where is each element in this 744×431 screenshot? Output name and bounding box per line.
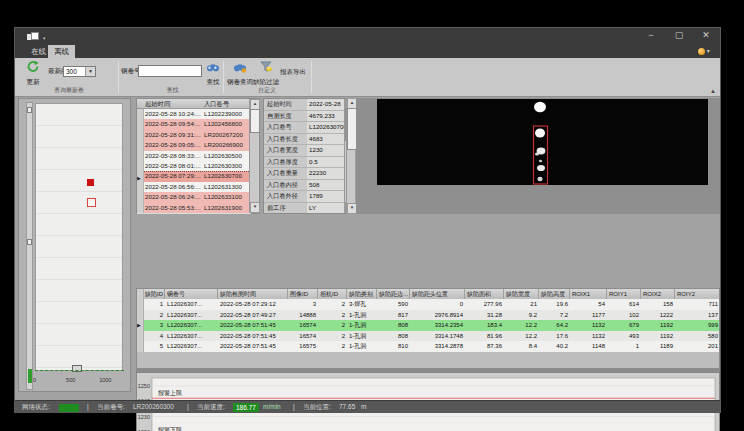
table-col-header[interactable]: 缺陷面积 bbox=[465, 289, 504, 299]
table-cell: 81.96 bbox=[465, 331, 504, 342]
table-cell: 12.2 bbox=[504, 331, 539, 342]
map-x-tick-label: 500 bbox=[66, 377, 75, 383]
col-header-entry-coil[interactable]: 入口卷号 bbox=[204, 99, 229, 109]
table-col-header[interactable]: 缺陷距头位置 bbox=[410, 289, 465, 299]
property-value: 0.5 bbox=[307, 157, 348, 168]
table-cell: 614 bbox=[607, 299, 641, 310]
table-cell: L12026307... bbox=[165, 331, 218, 342]
table-col-header[interactable]: ROIX2 bbox=[641, 289, 675, 299]
image-scrollbar[interactable]: ▲ ▼ bbox=[346, 98, 355, 214]
table-cell: 183.4 bbox=[465, 320, 504, 331]
refresh-button[interactable]: 更新 bbox=[20, 59, 46, 85]
table-col-header[interactable]: 缺陷检测时间 bbox=[218, 289, 288, 299]
svg-text:1250: 1250 bbox=[138, 383, 150, 389]
binoculars-icon bbox=[206, 61, 220, 73]
map-x-tick-label: 1000 bbox=[99, 377, 111, 383]
close-button[interactable]: ✕ bbox=[697, 30, 715, 42]
report-export-button[interactable]: 报表导出 bbox=[280, 68, 306, 77]
table-col-header[interactable]: ROIY2 bbox=[675, 289, 720, 299]
table-cell: 2976.8914 bbox=[410, 310, 465, 321]
defect-table-row[interactable]: 1L12026307...2022-05-28 07:29:12323-焊孔59… bbox=[137, 299, 720, 310]
svg-text:1230: 1230 bbox=[138, 414, 150, 420]
property-row[interactable]: 入口卷内径508 bbox=[264, 180, 346, 192]
defect-marker-hollow[interactable] bbox=[87, 198, 96, 207]
table-cell: 19.6 bbox=[539, 299, 570, 310]
table-cell: L12026307... bbox=[165, 320, 218, 331]
table-col-header[interactable]: ROIY1 bbox=[607, 289, 641, 299]
current-speed-value: 186.77 bbox=[233, 403, 259, 412]
start-time-cell: 2022-05-28 06:24:... bbox=[145, 192, 201, 202]
map-scroll-thumb[interactable] bbox=[27, 107, 32, 113]
col-header-start-time[interactable]: 起始时间 bbox=[145, 99, 170, 109]
coil-list-row[interactable]: 2022-05-28 05:53:...L1202631900 bbox=[137, 203, 251, 214]
table-cell: 2 bbox=[143, 310, 165, 321]
coil-query-button[interactable]: 钢卷查询 bbox=[227, 59, 253, 85]
table-col-header[interactable]: 缺陷ID bbox=[143, 289, 165, 299]
defect-table-row[interactable]: ▶3L12026307...2022-05-28 07:51:451657421… bbox=[137, 320, 720, 331]
table-col-header[interactable]: 相机ID bbox=[318, 289, 347, 299]
table-cell: 590 bbox=[377, 299, 410, 310]
table-cell: 5 bbox=[143, 341, 165, 352]
map-x-axis-labels: 05001000 bbox=[35, 377, 127, 386]
defect-image[interactable] bbox=[377, 99, 708, 185]
scroll-down-icon[interactable]: ▼ bbox=[250, 202, 260, 213]
property-row[interactable]: 入口卷重量22230 bbox=[264, 168, 346, 180]
table-cell: 817 bbox=[377, 310, 410, 321]
table-col-header[interactable]: 缺陷高度 bbox=[539, 289, 570, 299]
scroll-thumb[interactable] bbox=[250, 109, 260, 133]
coil-list-scrollbar[interactable]: ▲ ▼ bbox=[249, 99, 259, 213]
app-menu-caret-icon[interactable]: ▾ bbox=[43, 35, 46, 41]
defect-table: 缺陷ID钢卷号缺陷检测时间图像ID相机ID缺陷类别缺陷距边...缺陷距头位置缺陷… bbox=[136, 288, 720, 369]
tab-offline[interactable]: 离线 bbox=[48, 45, 75, 58]
property-value: 508 bbox=[307, 180, 348, 191]
property-row[interactable]: 入口卷外径1789 bbox=[264, 191, 346, 203]
coil-defect-map-plot[interactable] bbox=[35, 103, 123, 371]
map-scroll-thumb[interactable] bbox=[27, 239, 32, 245]
table-col-header[interactable]: ROIX1 bbox=[570, 289, 607, 299]
property-row[interactable]: 起始时间2022-05-28 07:2... bbox=[264, 99, 346, 111]
net-status-led bbox=[59, 404, 79, 412]
current-position-label: 当前位置: bbox=[303, 401, 331, 413]
map-scrollbar[interactable] bbox=[26, 102, 33, 390]
coil-defect-map-panel: 05001000 bbox=[18, 98, 131, 392]
property-value: 1789 bbox=[307, 191, 348, 202]
collapse-ribbon-icon[interactable]: ▲ bbox=[707, 87, 719, 96]
table-cell: 493 bbox=[607, 331, 641, 342]
defect-table-row[interactable]: 2L12026307...2022-05-28 07:49:271488821-… bbox=[137, 310, 720, 321]
group-label-query-latest: 查询最新卷 bbox=[29, 86, 109, 95]
property-row[interactable]: 入口卷宽度1230 bbox=[264, 145, 346, 157]
current-position-value: 77.65 bbox=[339, 401, 355, 413]
style-picker-button[interactable]: ▾ bbox=[698, 47, 714, 56]
combo-dropdown-icon[interactable]: ▼ bbox=[85, 67, 95, 76]
find-button[interactable]: 查找 bbox=[204, 59, 222, 85]
table-col-header[interactable]: 钢卷号 bbox=[165, 289, 218, 299]
property-row[interactable]: 入口卷长度4683 bbox=[264, 134, 346, 146]
table-cell: 3 bbox=[143, 320, 165, 331]
defect-filter-button[interactable]: 缺陷过滤 bbox=[253, 59, 279, 85]
table-col-header[interactable]: 缺陷距边... bbox=[377, 289, 410, 299]
property-row[interactable]: 入口卷厚度0.5 bbox=[264, 157, 346, 169]
property-label: 前工序 bbox=[264, 203, 308, 214]
table-col-header[interactable]: 缺陷宽度 bbox=[504, 289, 539, 299]
table-col-header[interactable]: 缺陷类别 bbox=[347, 289, 377, 299]
minimize-button[interactable]: − bbox=[642, 30, 660, 42]
defect-table-row[interactable]: 5L12026307...2022-05-28 07:51:451657521-… bbox=[137, 341, 720, 352]
property-row[interactable]: 自测长度4679.233 bbox=[264, 111, 346, 123]
map-position-marker bbox=[28, 369, 32, 383]
table-cell: 17.6 bbox=[539, 331, 570, 342]
property-value: 4679.233 bbox=[307, 111, 348, 122]
latest-count-combobox[interactable]: 300 ▼ bbox=[63, 66, 96, 77]
property-row[interactable]: 前工序LY bbox=[264, 203, 346, 215]
defect-table-row[interactable]: 4L12026307...2022-05-28 07:51:451657421-… bbox=[137, 331, 720, 342]
map-baseline bbox=[35, 370, 124, 371]
defect-marker-filled[interactable] bbox=[87, 179, 94, 186]
row-gutter bbox=[137, 182, 144, 192]
property-label: 入口卷号 bbox=[264, 122, 308, 133]
table-cell: 679 bbox=[607, 320, 641, 331]
property-row[interactable]: 入口卷号L1202630700 bbox=[264, 122, 346, 134]
maximize-button[interactable]: ▢ bbox=[670, 30, 688, 42]
group-label-find: 查找 bbox=[135, 86, 210, 95]
coil-no-input[interactable] bbox=[138, 65, 202, 77]
table-col-header[interactable]: 图像ID bbox=[288, 289, 318, 299]
table-cell: 14888 bbox=[288, 310, 318, 321]
